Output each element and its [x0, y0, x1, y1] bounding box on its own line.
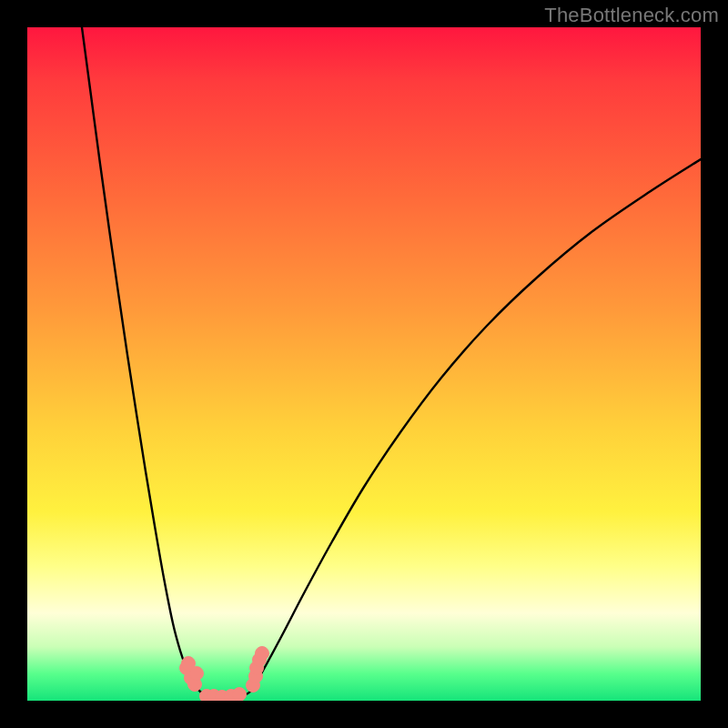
data-marker — [190, 667, 204, 681]
curve-svg — [27, 27, 701, 701]
plot-area — [27, 27, 701, 701]
marker-layer — [180, 647, 269, 702]
watermark-text: TheBottleneck.com — [544, 4, 719, 27]
bottleneck-curve — [82, 27, 701, 698]
data-marker — [233, 688, 247, 702]
chart-frame: TheBottleneck.com — [0, 0, 728, 728]
data-marker — [256, 647, 269, 661]
